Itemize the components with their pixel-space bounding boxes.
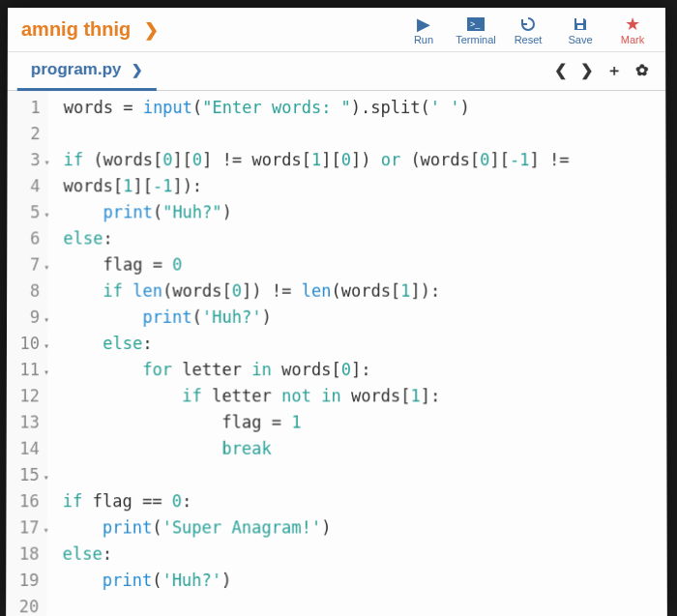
- svg-rect-3: [577, 25, 583, 29]
- svg-rect-2: [576, 17, 583, 22]
- save-button[interactable]: Save: [557, 8, 603, 50]
- terminal-button[interactable]: >_ Terminal: [453, 8, 499, 50]
- lesson-title: amnig thnig: [21, 18, 131, 41]
- gear-icon[interactable]: ✿: [635, 61, 648, 81]
- prev-button[interactable]: ❮: [554, 61, 567, 81]
- star-icon: ★: [625, 14, 640, 33]
- line-gutter: 1 2 3 4 5 6 7 8 9 10 11 12 13 14 15 16 1…: [6, 91, 48, 616]
- run-button[interactable]: ▶ Run: [400, 8, 447, 50]
- save-icon: [573, 14, 588, 33]
- mark-button[interactable]: ★ Mark: [609, 8, 656, 50]
- file-tab[interactable]: program.py ❯: [17, 52, 157, 91]
- undo-icon: [519, 14, 537, 33]
- play-icon: ▶: [417, 14, 430, 33]
- terminal-icon: >_: [467, 14, 485, 33]
- add-tab-button[interactable]: ＋: [606, 61, 622, 81]
- next-button[interactable]: ❯: [580, 61, 593, 81]
- code-body[interactable]: words = input("Enter words: ").split(' '…: [46, 91, 580, 616]
- code-editor[interactable]: 1 2 3 4 5 6 7 8 9 10 11 12 13 14 15 16 1…: [6, 91, 667, 616]
- chevron-right-icon: ❯: [144, 18, 159, 40]
- file-tab-label: program.py: [31, 60, 122, 79]
- lesson-nav-button[interactable]: amnig thnig ❯: [8, 8, 172, 51]
- svg-text:>_: >_: [470, 18, 481, 28]
- reset-button[interactable]: Reset: [505, 8, 551, 50]
- chevron-right-icon: ❯: [131, 62, 142, 77]
